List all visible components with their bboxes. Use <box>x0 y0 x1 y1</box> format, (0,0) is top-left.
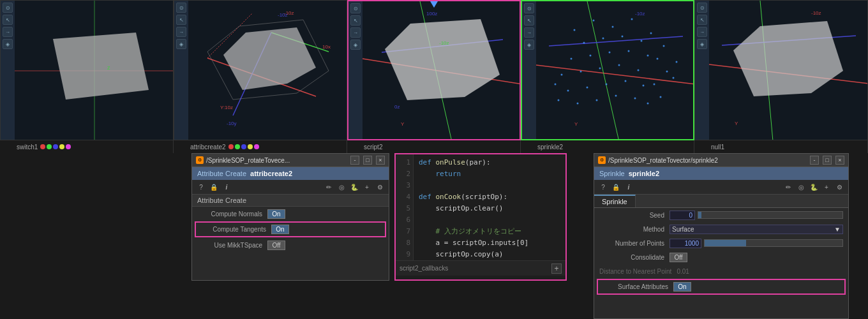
viewport-switch1[interactable]: ⊙ ↖ → ◈ z <box>0 0 174 140</box>
tb-info[interactable]: i <box>221 182 232 192</box>
sp-python[interactable]: 🐍 <box>809 182 819 192</box>
param-toggle-surface-attr[interactable]: On <box>673 282 691 292</box>
vp-zoom-2[interactable]: → <box>176 27 186 37</box>
vp-view-1[interactable]: ↖ <box>3 15 13 25</box>
code-area[interactable]: def onPulse(par): return def onCook(scri… <box>414 154 565 260</box>
svg-text:-10z: -10z <box>635 11 645 17</box>
dot-a5 <box>254 144 259 149</box>
param-toggle-tangents[interactable]: On <box>271 225 289 234</box>
svg-point-36 <box>657 58 659 60</box>
param-slider-seed[interactable] <box>698 211 843 219</box>
sp-info[interactable]: i <box>624 182 634 192</box>
vp-zoom-3[interactable]: → <box>350 27 361 38</box>
tb-gear[interactable]: ⚙ <box>375 182 385 192</box>
sprinkle-maximize[interactable]: □ <box>823 156 832 165</box>
tb-question[interactable]: ? <box>196 182 206 192</box>
param-label-surface-attr: Surface Attributes <box>603 283 673 290</box>
sprinkle-panel: ⚙ /SprinkleSOP_rotateTovector/sprinkle2 … <box>594 153 849 319</box>
tab-sprinkle[interactable]: Sprinkle <box>594 195 636 207</box>
vp-content-2: Y:10z -10z 10x -10z -10y <box>188 1 347 140</box>
vp-sel-1[interactable]: ◈ <box>3 39 13 49</box>
vp-view-4[interactable]: ↖ <box>524 15 534 26</box>
sp-lock[interactable]: 🔒 <box>611 182 621 192</box>
param-label-npoints: Number of Points <box>599 240 670 247</box>
sprinkle-header: Sprinkle sprinkle2 <box>594 167 848 180</box>
vp-scene-4: Y -10z <box>536 1 693 139</box>
param-input-npoints[interactable] <box>670 239 701 248</box>
tb-python[interactable]: 🐍 <box>349 182 359 192</box>
connection-arrow-down <box>430 1 438 8</box>
viewports-row: ⊙ ↖ → ◈ z ⊙ ↖ → ◈ <box>0 0 868 140</box>
vp-view-5[interactable]: ↖ <box>697 15 707 25</box>
dot-5 <box>66 144 71 149</box>
sprinkle-minimize[interactable]: - <box>810 156 819 165</box>
param-row-tangents: Compute Tangents On <box>195 221 386 237</box>
svg-line-23 <box>536 65 693 84</box>
param-val-distance: 0.01 <box>677 268 689 275</box>
svg-point-52 <box>625 80 627 82</box>
viewport-script2[interactable]: ⊙ ↖ → ◈ 100z -10z 0z Y <box>347 0 521 140</box>
param-toggle-consolidate[interactable]: Off <box>670 253 687 262</box>
vp-sel-2[interactable]: ◈ <box>176 39 186 49</box>
vp-view-3[interactable]: ↖ <box>350 15 361 26</box>
sp-plus[interactable]: + <box>821 182 832 192</box>
attrib-titlebar: ⚙ /SprinkleSOP_rotateTovece... - □ × <box>192 154 389 167</box>
vp-sel-5[interactable]: ◈ <box>697 39 707 49</box>
vp-home-3[interactable]: ⊙ <box>350 3 361 13</box>
param-dropdown-method[interactable]: Surface ▼ <box>670 225 843 234</box>
param-row-surface-attr: Surface Attributes On <box>597 279 846 295</box>
viewport-attribcreate2[interactable]: ⊙ ↖ → ◈ Y:10z -10z 10x -10z -10y <box>174 0 347 140</box>
tb-plus[interactable]: + <box>362 182 372 192</box>
param-input-seed[interactable] <box>670 211 695 220</box>
sprinkle-close[interactable]: × <box>835 156 844 165</box>
svg-line-25 <box>549 36 683 46</box>
sprinkle-op-type: Sprinkle <box>599 170 625 177</box>
attrib-op-name: attribcreate2 <box>250 170 292 177</box>
svg-point-59 <box>676 61 678 63</box>
svg-point-40 <box>628 50 630 52</box>
svg-point-38 <box>590 55 592 57</box>
vp-home-4[interactable]: ⊙ <box>524 3 534 13</box>
vp-zoom-5[interactable]: → <box>697 27 707 37</box>
attrib-minimize[interactable]: - <box>350 156 359 165</box>
tb-lock[interactable]: 🔒 <box>209 182 219 192</box>
svg-point-48 <box>654 84 655 85</box>
viewport-null1[interactable]: ⊙ ↖ → ◈ -10z Y <box>694 0 868 140</box>
sp-question[interactable]: ? <box>598 182 608 192</box>
tb-pencil[interactable]: ✏ <box>324 182 334 192</box>
sp-pencil[interactable]: ✏ <box>783 182 793 192</box>
line-num-3: 3 <box>398 180 410 191</box>
script-add-btn[interactable]: + <box>551 263 562 274</box>
code-line-7: # 入力ジオメトリをコピー <box>419 226 560 237</box>
vp-home-2[interactable]: ⊙ <box>176 3 186 13</box>
node-label-sprinkle2: sprinkle2 <box>521 140 694 153</box>
sp-eye[interactable]: ◎ <box>796 182 806 192</box>
svg-point-42 <box>666 71 668 73</box>
vp-sel-4[interactable]: ◈ <box>524 40 534 50</box>
svg-marker-2 <box>53 33 149 100</box>
node-label-switch1: switch1 <box>0 140 174 153</box>
code-line-2: return <box>419 168 560 180</box>
vp-view-2[interactable]: ↖ <box>176 15 186 25</box>
line-num-6: 6 <box>398 214 410 226</box>
svg-point-45 <box>599 68 601 70</box>
viewport-sprinkle2[interactable]: ⊙ ↖ → ◈ <box>521 0 694 140</box>
svg-text:0z: 0z <box>394 104 400 110</box>
svg-text:Y: Y <box>735 121 738 126</box>
param-slider-npoints[interactable] <box>704 239 843 247</box>
vp-home-1[interactable]: ⊙ <box>3 3 13 13</box>
vp-zoom-1[interactable]: → <box>3 27 13 37</box>
sp-gear[interactable]: ⚙ <box>834 182 844 192</box>
attrib-maximize[interactable]: □ <box>363 156 372 165</box>
svg-text:Y: Y <box>574 121 578 127</box>
tb-eye[interactable]: ◎ <box>336 182 347 192</box>
vp-zoom-4[interactable]: → <box>524 27 534 38</box>
attrib-header: Attribute Create attribcreate2 <box>192 167 389 180</box>
param-toggle-normals[interactable]: On <box>267 209 285 219</box>
vp-content-3: 100z -10z 0z Y <box>363 1 520 139</box>
attrib-close[interactable]: × <box>376 156 385 165</box>
vp-sel-3[interactable]: ◈ <box>350 40 361 50</box>
line-num-5: 5 <box>398 203 410 214</box>
vp-home-5[interactable]: ⊙ <box>697 3 707 13</box>
param-toggle-mikkt[interactable]: Off <box>267 241 285 250</box>
